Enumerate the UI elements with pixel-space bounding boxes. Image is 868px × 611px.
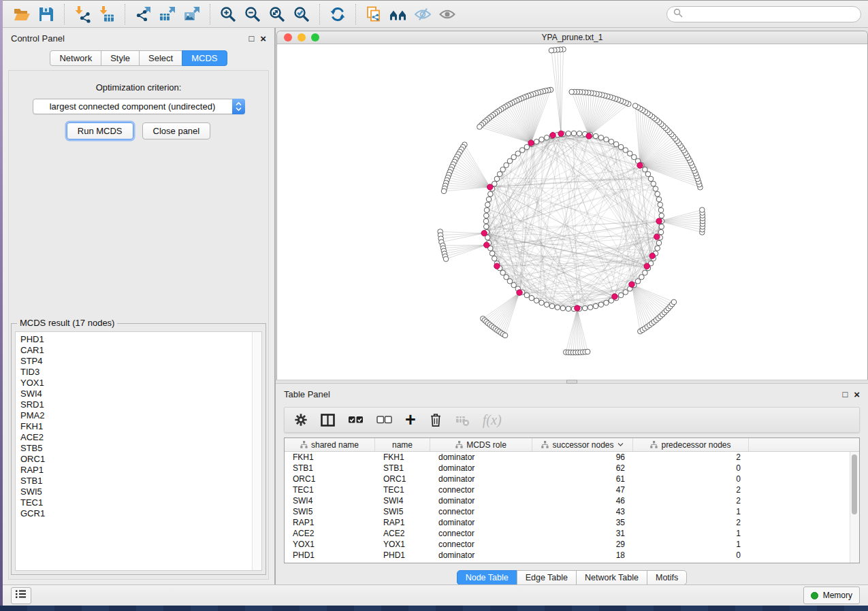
tab-mcds[interactable]: MCDS — [182, 50, 227, 66]
criterion-dropdown[interactable]: largest connected component (undirected) — [33, 99, 245, 114]
table-tab-node-table[interactable]: Node Table — [457, 570, 517, 585]
mcds-result-item[interactable]: FKH1 — [20, 421, 252, 432]
mcds-result-item[interactable]: STP4 — [20, 356, 252, 367]
memory-button[interactable]: Memory — [803, 587, 860, 604]
mcds-result-item[interactable]: ACE2 — [20, 432, 252, 443]
criterion-value: largest connected component (undirected) — [33, 101, 232, 112]
table-cell: ACE2 — [285, 529, 375, 538]
mcds-result-item[interactable]: RAP1 — [20, 465, 252, 476]
column-header-MCDS-role[interactable]: MCDS role — [430, 438, 532, 451]
table-scrollbar[interactable] — [850, 452, 859, 563]
first-neighbors-button[interactable] — [386, 3, 411, 25]
column-header-name[interactable]: name — [375, 438, 430, 451]
mcds-result-list[interactable]: PHD1CAR1STP4TID3YOX1SWI4SRD1PMA2FKH1ACE2… — [15, 331, 262, 571]
float-panel-icon[interactable]: □ — [248, 34, 254, 43]
refresh-view-button[interactable] — [325, 3, 350, 25]
table-cell: PHD1 — [285, 550, 375, 560]
show-all-button[interactable] — [435, 3, 460, 25]
open-file-button[interactable] — [10, 3, 34, 25]
duplicate-network-button[interactable] — [361, 3, 386, 25]
table-row[interactable]: FKH1FKH1dominator962 — [285, 452, 850, 463]
mcds-result-item[interactable]: SWI4 — [20, 389, 252, 399]
add-column-icon[interactable]: + — [405, 413, 416, 427]
import-network-button[interactable] — [70, 3, 95, 25]
table-cell: 18 — [532, 550, 633, 560]
column-header-successor-nodes[interactable]: successor nodes — [532, 438, 633, 451]
table-row[interactable]: STB1STB1dominator620 — [285, 463, 850, 474]
zoom-selected-button[interactable] — [289, 3, 314, 25]
deselect-all-checkboxes-icon[interactable] — [376, 416, 392, 424]
mcds-result-item[interactable]: STB1 — [20, 476, 252, 486]
mcds-result-item[interactable]: CAR1 — [20, 345, 252, 356]
table-row[interactable]: RAP1RAP1dominator352 — [285, 517, 850, 528]
tab-select[interactable]: Select — [139, 50, 182, 66]
mcds-result-item[interactable]: ORC1 — [20, 454, 252, 465]
memory-button-label: Memory — [823, 591, 852, 600]
export-image-button[interactable] — [180, 3, 204, 25]
mcds-result-item[interactable]: SWI5 — [20, 486, 252, 497]
table-cell: YOX1 — [375, 540, 430, 549]
table-row[interactable]: TEC1TEC1connector472 — [285, 484, 850, 495]
network-window-titlebar[interactable]: YPA_prune.txt_1 — [277, 31, 867, 44]
mcds-list-scrollbar[interactable] — [252, 332, 261, 570]
table-row[interactable]: YOX1YOX1connector291 — [285, 539, 850, 550]
mcds-result-item[interactable]: PMA2 — [20, 410, 252, 421]
close-panel-icon[interactable]: × — [260, 33, 266, 44]
function-builder-icon[interactable]: f(x) — [483, 412, 502, 428]
zoom-fit-button[interactable] — [265, 3, 289, 25]
table-tab-network-table[interactable]: Network Table — [576, 570, 647, 585]
settings-gear-icon[interactable] — [294, 413, 308, 427]
table-row[interactable]: ORC1ORC1dominator610 — [285, 474, 850, 484]
mcds-result-item[interactable]: TID3 — [20, 367, 252, 378]
minimize-window-button[interactable] — [298, 33, 306, 42]
table-cell: 0 — [633, 463, 749, 473]
control-panel-tabs: NetworkStyleSelectMCDS — [3, 50, 274, 66]
close-table-panel-icon[interactable]: × — [854, 389, 860, 399]
task-history-button[interactable] — [11, 587, 31, 604]
column-header-predecessor-nodes[interactable]: predecessor nodes — [633, 438, 749, 451]
column-layout-icon[interactable] — [321, 414, 335, 427]
close-window-button[interactable] — [284, 33, 292, 42]
import-table-button[interactable] — [95, 3, 119, 25]
mcds-result-item[interactable]: SRD1 — [20, 399, 252, 410]
table-tab-motifs[interactable]: Motifs — [647, 570, 687, 585]
search-input[interactable] — [687, 9, 854, 20]
table-cell: 35 — [532, 518, 633, 527]
zoom-out-button[interactable] — [240, 3, 265, 25]
tab-network[interactable]: Network — [50, 50, 101, 66]
table-row[interactable]: SWI4SWI4dominator462 — [285, 495, 850, 506]
column-type-icon — [455, 441, 463, 448]
search-field[interactable] — [666, 6, 861, 22]
delete-column-icon[interactable] — [429, 412, 443, 427]
table-tab-edge-table[interactable]: Edge Table — [517, 570, 577, 585]
table-row[interactable]: ACE2ACE2connector311 — [285, 528, 850, 539]
table-row[interactable]: PHD1PHD1dominator180 — [285, 550, 850, 561]
tab-style[interactable]: Style — [101, 50, 140, 66]
maximize-window-button[interactable] — [311, 33, 319, 42]
table-cell: 2 — [633, 452, 749, 462]
float-table-panel-icon[interactable]: □ — [842, 390, 848, 399]
zoom-in-button[interactable] — [216, 3, 240, 25]
table-cell: TEC1 — [375, 485, 430, 495]
hide-selected-button[interactable] — [411, 3, 435, 25]
zoom-selected-icon — [293, 5, 310, 23]
mcds-result-item[interactable]: TEC1 — [20, 497, 252, 508]
table-scrollbar-thumb[interactable] — [852, 455, 857, 514]
mcds-result-item[interactable]: GCR1 — [20, 508, 252, 519]
network-graph[interactable] — [277, 44, 867, 380]
table-cell: TEC1 — [285, 485, 375, 495]
column-header-shared-name[interactable]: shared name — [285, 438, 375, 451]
delete-table-icon[interactable] — [455, 414, 470, 427]
table-row[interactable]: SWI5SWI5connector431 — [285, 506, 850, 517]
close-panel-button[interactable]: Close panel — [142, 122, 211, 139]
select-all-checkboxes-icon[interactable] — [348, 416, 364, 424]
mcds-result-item[interactable]: PHD1 — [20, 334, 252, 345]
save-session-button[interactable] — [34, 3, 59, 25]
network-canvas[interactable] — [277, 44, 867, 380]
export-table-button[interactable] — [155, 3, 180, 25]
run-mcds-button[interactable]: Run MCDS — [67, 122, 133, 139]
mcds-result-item[interactable]: STB5 — [20, 443, 252, 454]
mcds-result-item[interactable]: YOX1 — [20, 378, 252, 389]
export-network-button[interactable] — [131, 3, 155, 25]
table-cell: 47 — [532, 485, 633, 495]
